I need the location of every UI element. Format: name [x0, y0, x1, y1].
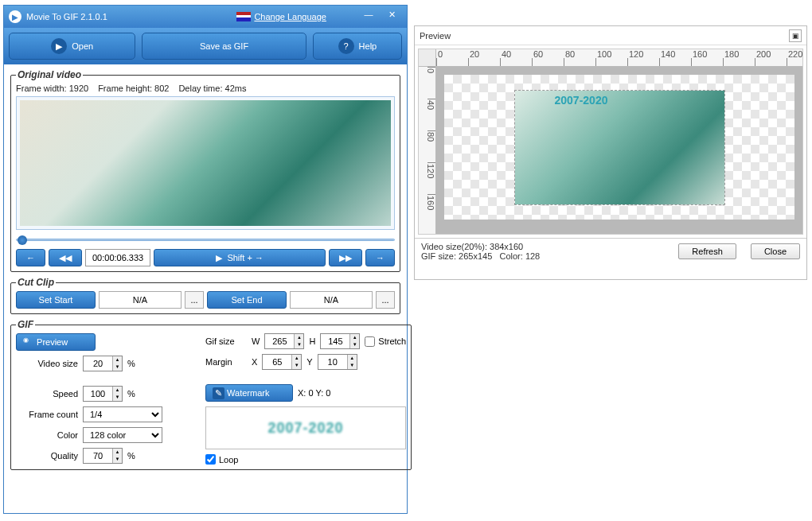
seek-start-button[interactable]: ← — [16, 249, 45, 266]
gif-legend: GIF — [16, 319, 35, 330]
watermark-stamp: 2007-2020 — [555, 94, 608, 107]
seek-back-button[interactable]: ◀◀ — [49, 249, 82, 266]
close-icon[interactable]: ✕ — [381, 10, 402, 24]
watermark-button[interactable]: ✎ Watermark — [205, 384, 293, 402]
seek-fwd-button[interactable]: ▶▶ — [329, 249, 362, 266]
set-start-button[interactable]: Set Start — [16, 291, 96, 309]
gif-fieldset: GIF ◉ Preview Video size ▲▼ % Speed ▲▼ — [10, 319, 412, 470]
preview-button[interactable]: ◉ Preview — [16, 333, 96, 351]
watermark-position: X: 0 Y: 0 — [298, 388, 330, 398]
delay-time-value: 42ms — [225, 84, 247, 93]
gif-size-label: Gif size — [205, 336, 247, 346]
refresh-button[interactable]: Refresh — [678, 243, 736, 259]
video-preview — [16, 96, 395, 230]
quality-label: Quality — [16, 451, 78, 461]
close-button[interactable]: Close — [751, 243, 800, 259]
flag-icon — [236, 12, 251, 21]
preview-canvas[interactable]: 2007-2020 — [436, 67, 802, 234]
app-title: Movie To GIF 2.1.0.1 — [26, 12, 107, 21]
start-value: N/A — [99, 291, 182, 309]
cut-clip-fieldset: Cut Clip Set Start N/A ... Set End N/A .… — [10, 277, 400, 314]
seek-end-button[interactable]: → — [365, 249, 395, 266]
save-gif-button[interactable]: Save as GIF — [142, 33, 306, 60]
frame-height-value: 802 — [154, 84, 169, 93]
end-value: N/A — [290, 291, 373, 309]
video-size-status: 384x160 — [490, 242, 523, 251]
ruler-vertical: 04080120160 — [419, 67, 436, 234]
video-size-label: Video size — [16, 359, 78, 368]
timecode-display: 00:00:06.333 — [85, 249, 150, 266]
open-button[interactable]: ▶Open — [9, 33, 135, 60]
ruler-corner — [419, 49, 436, 67]
cut-clip-legend: Cut Clip — [16, 277, 56, 288]
end-more-button[interactable]: ... — [376, 291, 395, 309]
help-button[interactable]: ?Help — [313, 33, 402, 60]
margin-y-stepper[interactable]: ▲▼ — [318, 354, 357, 370]
app-icon: ▶ — [9, 10, 21, 23]
gif-size-status: 265x145 — [459, 251, 492, 261]
frame-count-select[interactable]: 1/4 — [83, 406, 162, 422]
change-language-link[interactable]: Change Language — [254, 12, 326, 21]
preview-icon: ◉ — [23, 336, 34, 348]
speed-stepper[interactable]: ▲▼ — [83, 386, 123, 402]
margin-x-stepper[interactable]: ▲▼ — [262, 354, 302, 370]
watermark-icon: ✎ — [213, 387, 224, 399]
main-window: ▶ Movie To GIF 2.1.0.1 Change Language —… — [3, 5, 408, 514]
margin-label: Margin — [205, 357, 247, 367]
minimize-icon[interactable]: — — [358, 10, 379, 24]
original-video-legend: Original video — [16, 69, 83, 80]
video-meta-row: Frame width: 1920 Frame height: 802 Dela… — [16, 84, 395, 93]
start-more-button[interactable]: ... — [185, 291, 204, 309]
video-size-stepper[interactable]: ▲▼ — [83, 356, 123, 371]
frame-width-value: 1920 — [69, 84, 88, 93]
quality-stepper[interactable]: ▲▼ — [83, 448, 123, 464]
help-icon: ? — [338, 38, 354, 54]
preview-canvas-area: 020406080100120140160180200220240 040801… — [418, 49, 803, 235]
preview-title: Preview — [420, 31, 451, 41]
color-select[interactable]: 128 color — [83, 427, 162, 443]
pin-icon[interactable]: ▣ — [789, 29, 802, 42]
playback-controls: ← ◀◀ 00:00:06.333 ▶ Shift + → ▶▶ → — [16, 249, 395, 266]
set-end-button[interactable]: Set End — [207, 291, 287, 309]
stretch-checkbox[interactable] — [365, 336, 375, 347]
slider-thumb-icon[interactable] — [18, 235, 27, 245]
gif-selection[interactable]: 2007-2020 — [514, 90, 725, 205]
original-video-fieldset: Original video Frame width: 1920 Frame h… — [10, 69, 400, 272]
gif-width-stepper[interactable]: ▲▼ — [264, 333, 304, 349]
watermark-preview: 2007-2020 — [205, 406, 406, 449]
ruler-horizontal: 020406080100120140160180200220240 — [436, 49, 802, 67]
color-label: Color — [16, 430, 78, 440]
preview-window: Preview ▣ 020406080100120140160180200220… — [414, 25, 807, 280]
timeline-slider[interactable] — [16, 235, 395, 246]
gif-height-stepper[interactable]: ▲▼ — [320, 333, 360, 349]
shift-forward-button[interactable]: ▶ Shift + → — [154, 249, 326, 266]
gif-preview-image: 2007-2020 — [515, 91, 724, 204]
color-status: 128 — [525, 251, 540, 261]
loop-checkbox[interactable] — [205, 454, 216, 465]
titlebar: ▶ Movie To GIF 2.1.0.1 Change Language —… — [4, 6, 407, 28]
frame-count-label: Frame count — [16, 410, 78, 419]
main-toolbar: ▶Open Save as GIF ?Help — [4, 28, 407, 64]
speed-label: Speed — [16, 389, 78, 399]
preview-statusbar: Video size(20%): 384x160 GIF size: 265x1… — [415, 238, 806, 264]
preview-titlebar: Preview ▣ — [415, 26, 806, 45]
window-controls: — ✕ — [358, 10, 402, 24]
play-icon: ▶ — [51, 38, 67, 54]
